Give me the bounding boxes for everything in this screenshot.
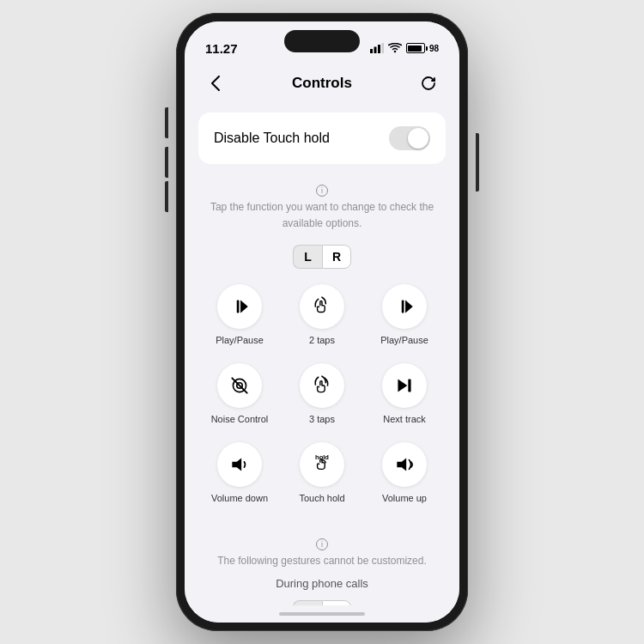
noise-control-icon bbox=[228, 374, 251, 397]
play-pause-left-label: Play/Pause bbox=[216, 334, 264, 346]
play-pause-left-icon bbox=[228, 295, 251, 318]
volume-down-icon bbox=[228, 453, 251, 476]
phone-frame: 11.27 bbox=[176, 13, 468, 631]
volume-down-label: Volume down bbox=[211, 492, 268, 504]
home-bar bbox=[279, 612, 365, 616]
battery-icon: 98 bbox=[406, 43, 439, 53]
volume-up-icon bbox=[393, 453, 416, 476]
page-title: Controls bbox=[292, 75, 352, 92]
touch-hold-icon-wrap: hold bbox=[300, 442, 344, 487]
status-right: 98 bbox=[370, 43, 439, 53]
play-pause-right-icon-wrap bbox=[382, 284, 427, 329]
next-track-icon bbox=[393, 374, 416, 397]
toggle-label: Disable Touch hold bbox=[214, 131, 330, 146]
touch-hold-icon: hold bbox=[311, 453, 333, 476]
svg-marker-11 bbox=[398, 379, 407, 392]
signal-icon bbox=[370, 43, 384, 53]
during-calls-title: During phone calls bbox=[185, 577, 459, 590]
calls-section: i The following gestures cannot be custo… bbox=[185, 526, 459, 605]
control-play-pause-right[interactable]: Play/Pause bbox=[363, 276, 446, 355]
control-noise[interactable]: Noise Control bbox=[198, 355, 281, 434]
control-touch-hold[interactable]: hold Touch hold bbox=[281, 434, 363, 513]
volume-down-icon-wrap bbox=[217, 442, 262, 487]
next-track-label: Next track bbox=[383, 413, 426, 425]
control-volume-up[interactable]: Volume up bbox=[363, 434, 446, 513]
control-two-taps[interactable]: 2 taps bbox=[281, 276, 363, 355]
info-text-1: Tap the function you want to change to c… bbox=[210, 201, 434, 229]
back-button[interactable] bbox=[202, 70, 229, 97]
info-section-2: i The following gestures cannot be custo… bbox=[185, 526, 459, 572]
svg-rect-4 bbox=[237, 300, 240, 313]
status-time: 11.27 bbox=[205, 41, 238, 56]
right-ear-button[interactable]: R bbox=[322, 245, 351, 269]
home-indicator bbox=[185, 605, 459, 623]
svg-marker-5 bbox=[240, 300, 248, 313]
svg-rect-6 bbox=[402, 300, 404, 313]
svg-rect-1 bbox=[374, 47, 376, 54]
control-next-track[interactable]: Next track bbox=[363, 355, 446, 434]
svg-marker-7 bbox=[405, 300, 413, 313]
info-section-1: i Tap the function you want to change to… bbox=[185, 173, 459, 234]
info-icon-2: i bbox=[316, 538, 328, 550]
nav-bar: Controls bbox=[185, 63, 459, 104]
svg-rect-0 bbox=[370, 49, 373, 53]
lr-selector: L R bbox=[185, 245, 459, 269]
status-bar: 11.27 bbox=[185, 21, 459, 63]
phone-screen: 11.27 bbox=[185, 21, 459, 623]
touch-hold-label: Touch hold bbox=[299, 492, 344, 504]
noise-icon-wrap bbox=[217, 363, 262, 408]
controls-grid: Play/Pause 2 taps bbox=[185, 276, 459, 513]
svg-rect-3 bbox=[381, 43, 384, 53]
volume-up-icon-wrap bbox=[382, 442, 427, 487]
scroll-content[interactable]: Disable Touch hold i Tap the function yo… bbox=[185, 104, 459, 605]
refresh-button[interactable] bbox=[415, 70, 442, 97]
left-ear-button[interactable]: L bbox=[293, 245, 322, 269]
svg-marker-13 bbox=[232, 459, 241, 471]
svg-rect-12 bbox=[408, 379, 410, 392]
disable-touch-hold-toggle[interactable] bbox=[389, 126, 430, 150]
info-icon-1: i bbox=[316, 185, 328, 197]
two-taps-icon-wrap bbox=[300, 284, 344, 329]
svg-rect-2 bbox=[378, 45, 380, 53]
play-pause-left-icon-wrap bbox=[217, 284, 262, 329]
control-three-taps[interactable]: 3 taps bbox=[281, 355, 363, 434]
dynamic-island bbox=[284, 30, 360, 52]
svg-marker-15 bbox=[397, 459, 406, 471]
two-taps-icon bbox=[311, 295, 333, 318]
three-taps-icon bbox=[311, 374, 333, 397]
two-taps-label: 2 taps bbox=[309, 334, 335, 346]
disable-touch-hold-card: Disable Touch hold bbox=[198, 112, 446, 164]
play-pause-right-icon bbox=[393, 295, 416, 318]
noise-control-label: Noise Control bbox=[211, 413, 269, 425]
info-text-2: The following gestures cannot be customi… bbox=[217, 555, 426, 567]
section-divider bbox=[185, 519, 459, 526]
volume-up-label: Volume up bbox=[382, 492, 427, 504]
next-track-icon-wrap bbox=[382, 363, 427, 408]
three-taps-label: 3 taps bbox=[309, 413, 335, 425]
wifi-icon bbox=[388, 43, 402, 53]
three-taps-icon-wrap bbox=[300, 363, 344, 408]
svg-line-9 bbox=[232, 378, 246, 392]
play-pause-right-label: Play/Pause bbox=[380, 334, 428, 346]
control-play-pause-left[interactable]: Play/Pause bbox=[198, 276, 281, 355]
control-volume-down[interactable]: Volume down bbox=[198, 434, 281, 513]
